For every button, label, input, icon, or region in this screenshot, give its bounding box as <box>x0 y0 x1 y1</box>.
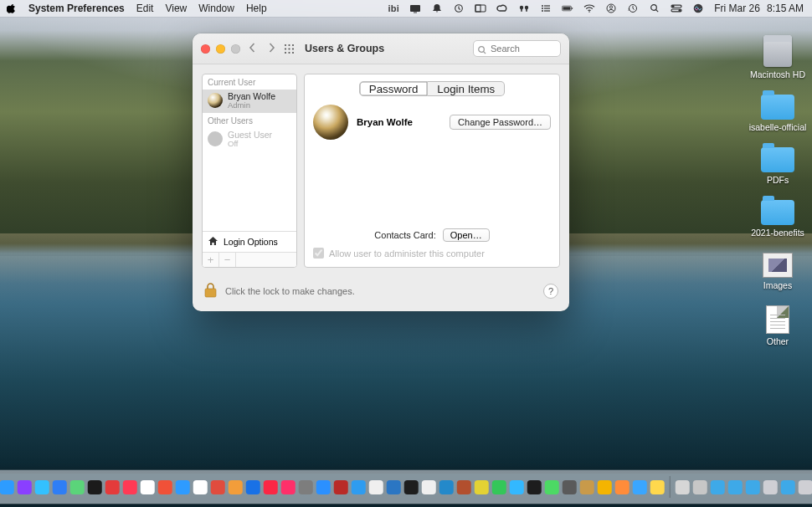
menubar-app-title[interactable]: System Preferences <box>28 3 125 14</box>
dock-app-vscode[interactable] <box>439 480 454 494</box>
dock-item-folder1[interactable] <box>710 480 724 494</box>
forward-button[interactable] <box>268 41 275 56</box>
spotlight-status-icon[interactable] <box>649 3 660 13</box>
dock-app-capture[interactable] <box>633 480 647 494</box>
dock-app-tweetbot[interactable] <box>510 480 524 494</box>
lock-icon[interactable] <box>203 282 218 300</box>
dock-item-drafts[interactable] <box>675 480 689 494</box>
dock-app-figma[interactable] <box>404 480 419 494</box>
desktop-images[interactable]: Images <box>753 253 802 290</box>
svg-point-10 <box>542 8 543 9</box>
dock-app-safari[interactable] <box>0 480 14 494</box>
dock-app-swift[interactable] <box>158 480 172 494</box>
desktop-folder-3[interactable]: 2021-benefits <box>753 200 802 238</box>
dock-app-bear[interactable] <box>211 480 225 494</box>
dock-app-fantastical[interactable] <box>105 480 120 494</box>
dock-item-sysprefs[interactable] <box>763 480 777 494</box>
desktop-icons: Macintosh HD isabelle-official PDFs 2021… <box>753 35 802 346</box>
user-status-icon[interactable] <box>605 3 617 13</box>
dock-app-facetime[interactable] <box>545 480 559 494</box>
apple-menu-icon[interactable] <box>7 3 17 13</box>
change-password-button[interactable]: Change Password… <box>450 115 551 130</box>
dock-app-pixelmator[interactable] <box>563 480 577 494</box>
svg-point-24 <box>672 6 674 8</box>
login-options-label: Login Options <box>224 237 278 247</box>
timemachine-status-icon[interactable] <box>627 3 639 13</box>
ibi-status-icon[interactable]: ibi <box>388 3 399 13</box>
window-minimize-button[interactable] <box>216 44 225 54</box>
dock-app-calendar[interactable] <box>141 480 155 494</box>
dock-app-mail[interactable] <box>53 480 67 494</box>
dock-app-settings[interactable] <box>299 480 313 494</box>
siri-status-icon[interactable] <box>692 3 704 13</box>
dock-app-quora[interactable] <box>334 480 348 494</box>
profile-avatar-icon[interactable] <box>313 105 348 140</box>
rectangle-status-icon[interactable] <box>475 3 486 13</box>
desktop-other[interactable]: Other <box>753 305 802 346</box>
dock-app-1password[interactable] <box>246 480 260 494</box>
sidebar-guest-user[interactable]: Guest User Off <box>203 128 296 151</box>
dock-app-music[interactable] <box>264 480 278 494</box>
dock-app-things[interactable] <box>176 480 190 494</box>
dock-app-iawriter[interactable] <box>422 480 436 494</box>
dock-item-folder2[interactable] <box>780 480 794 494</box>
wifi-status-icon[interactable] <box>583 3 595 13</box>
menubar-view[interactable]: View <box>165 3 187 14</box>
add-user-button[interactable]: + <box>203 253 219 267</box>
menubar-help[interactable]: Help <box>246 3 267 14</box>
dock-app-word[interactable] <box>457 480 471 494</box>
dock-app-wallet[interactable] <box>88 480 102 494</box>
help-button[interactable]: ? <box>543 284 558 299</box>
dock-app-gifcap[interactable] <box>615 480 630 494</box>
svg-rect-8 <box>526 9 527 13</box>
dock-app-shortcuts[interactable] <box>35 480 49 494</box>
text-file-icon <box>766 305 789 334</box>
notifications-status-icon[interactable] <box>431 3 443 13</box>
desktop-folder-2[interactable]: PDFs <box>753 147 802 185</box>
dock-app-slides[interactable] <box>598 480 612 494</box>
tab-password[interactable]: Password <box>359 81 429 96</box>
tab-login-items[interactable]: Login Items <box>428 81 505 96</box>
dock-app-terminal[interactable] <box>527 480 542 494</box>
dock-item-preview[interactable] <box>692 480 707 494</box>
open-contacts-button[interactable]: Open… <box>443 228 490 242</box>
dock-app-todoist[interactable] <box>475 480 489 494</box>
dock-app-voicememos[interactable] <box>369 480 383 494</box>
display-status-icon[interactable] <box>409 3 421 13</box>
dock-app-health[interactable] <box>193 480 208 494</box>
airpods-status-icon[interactable] <box>518 3 530 13</box>
dock-app-fontbook[interactable] <box>352 480 366 494</box>
dock-item-screenshots[interactable] <box>727 480 742 494</box>
battery-status-icon[interactable] <box>562 3 573 13</box>
sidebar-user-role: Off <box>228 140 272 148</box>
dock-app-itunes[interactable] <box>281 480 296 494</box>
dock-app-box[interactable] <box>580 480 594 494</box>
back-button[interactable] <box>249 41 256 56</box>
dock-app-appstore[interactable] <box>316 480 331 494</box>
creative-cloud-status-icon[interactable] <box>496 3 508 13</box>
window-titlebar[interactable]: Users & Groups <box>193 33 569 64</box>
login-options-row[interactable]: Login Options <box>203 231 296 252</box>
window-close-button[interactable] <box>201 44 210 54</box>
remove-user-button[interactable]: − <box>219 253 236 267</box>
menubar-clock[interactable]: Fri Mar 26 8:15 AM <box>714 3 804 14</box>
show-all-button[interactable] <box>284 44 295 54</box>
control-center-status-icon[interactable] <box>671 3 682 13</box>
dock-app-imessage[interactable] <box>492 480 506 494</box>
dock-app-shortcuts2[interactable] <box>229 480 243 494</box>
menu-status-icon[interactable] <box>540 3 552 13</box>
dock-app-trello[interactable] <box>387 480 401 494</box>
dock-app-news[interactable] <box>123 480 137 494</box>
dock-item-folder3[interactable] <box>798 480 812 494</box>
dock-app-notes[interactable] <box>650 480 665 494</box>
dock-app-podcasts[interactable] <box>18 480 32 494</box>
dock-item-finder2[interactable] <box>745 480 759 494</box>
sidebar-current-user[interactable]: Bryan Wolfe Admin <box>203 90 296 113</box>
window-zoom-button[interactable] <box>231 44 240 54</box>
menubar-window[interactable]: Window <box>198 3 234 14</box>
desktop-icon-hd[interactable]: Macintosh HD <box>753 35 802 79</box>
menubar-edit[interactable]: Edit <box>136 3 154 14</box>
dock-app-maps[interactable] <box>70 480 85 494</box>
desktop-folder-1[interactable]: isabelle-official <box>753 95 802 132</box>
updates-status-icon[interactable] <box>453 3 465 13</box>
